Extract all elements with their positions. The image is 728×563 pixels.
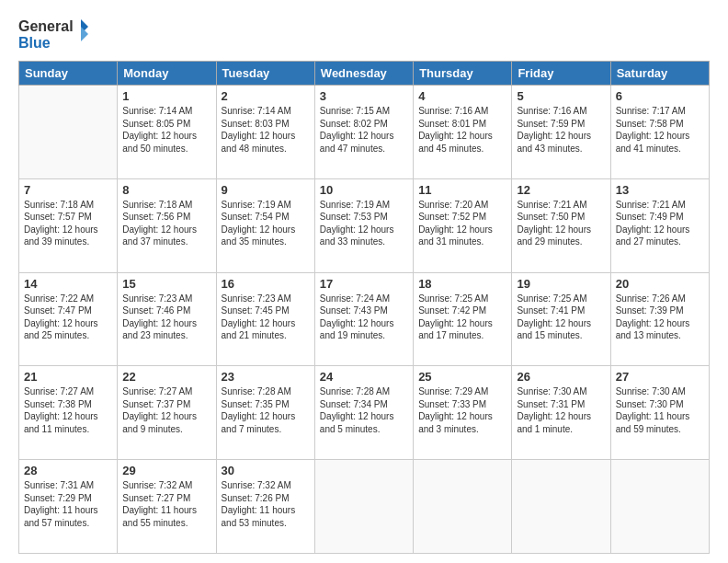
day-info: Sunrise: 7:18 AM Sunset: 7:56 PM Dayligh… [122,199,210,248]
day-info: Sunrise: 7:24 AM Sunset: 7:43 PM Dayligh… [320,293,408,342]
day-info: Sunrise: 7:22 AM Sunset: 7:47 PM Dayligh… [24,293,112,342]
day-number: 8 [122,183,210,197]
calendar-cell: 25Sunrise: 7:29 AM Sunset: 7:33 PM Dayli… [414,366,512,460]
svg-text:General: General [18,18,74,34]
day-info: Sunrise: 7:21 AM Sunset: 7:50 PM Dayligh… [517,199,605,248]
day-number: 1 [122,89,210,103]
day-number: 19 [517,277,605,291]
day-number: 27 [616,370,704,384]
col-header-thursday: Thursday [414,62,512,86]
day-number: 17 [320,277,408,291]
day-number: 12 [517,183,605,197]
calendar-cell: 9Sunrise: 7:19 AM Sunset: 7:54 PM Daylig… [216,178,314,272]
calendar-cell: 15Sunrise: 7:23 AM Sunset: 7:46 PM Dayli… [118,272,216,366]
day-info: Sunrise: 7:17 AM Sunset: 7:58 PM Dayligh… [616,105,704,155]
col-header-friday: Friday [512,62,610,86]
col-header-wednesday: Wednesday [314,62,413,86]
day-info: Sunrise: 7:32 AM Sunset: 7:26 PM Dayligh… [222,479,310,529]
calendar-table: SundayMondayTuesdayWednesdayThursdayFrid… [18,61,710,554]
logo-icon: GeneralBlue [18,15,92,52]
calendar-cell: 20Sunrise: 7:26 AM Sunset: 7:39 PM Dayli… [610,272,709,366]
day-info: Sunrise: 7:30 AM Sunset: 7:31 PM Dayligh… [517,385,605,435]
svg-text:Blue: Blue [18,35,51,51]
day-number: 7 [24,183,112,197]
day-number: 29 [122,464,210,477]
day-number: 22 [122,370,210,384]
calendar-cell: 29Sunrise: 7:32 AM Sunset: 7:27 PM Dayli… [118,460,216,554]
day-info: Sunrise: 7:23 AM Sunset: 7:45 PM Dayligh… [222,293,310,342]
day-number: 6 [616,89,704,103]
calendar-cell: 28Sunrise: 7:31 AM Sunset: 7:29 PM Dayli… [19,460,118,554]
day-info: Sunrise: 7:23 AM Sunset: 7:46 PM Dayligh… [122,293,210,342]
day-info: Sunrise: 7:18 AM Sunset: 7:57 PM Dayligh… [24,199,112,248]
day-number: 10 [320,183,408,197]
calendar-cell: 12Sunrise: 7:21 AM Sunset: 7:50 PM Dayli… [512,178,610,272]
calendar-cell: 5Sunrise: 7:16 AM Sunset: 7:59 PM Daylig… [512,86,610,179]
week-row-2: 14Sunrise: 7:22 AM Sunset: 7:47 PM Dayli… [19,272,710,366]
week-row-4: 28Sunrise: 7:31 AM Sunset: 7:29 PM Dayli… [19,460,710,554]
day-info: Sunrise: 7:16 AM Sunset: 8:01 PM Dayligh… [418,105,506,155]
week-row-3: 21Sunrise: 7:27 AM Sunset: 7:38 PM Dayli… [19,366,710,460]
calendar-cell: 24Sunrise: 7:28 AM Sunset: 7:34 PM Dayli… [314,366,413,460]
col-header-saturday: Saturday [610,62,709,86]
day-number: 13 [616,183,704,197]
calendar-cell: 23Sunrise: 7:28 AM Sunset: 7:35 PM Dayli… [216,366,314,460]
logo: GeneralBlue [18,15,92,52]
calendar-cell: 4Sunrise: 7:16 AM Sunset: 8:01 PM Daylig… [414,86,512,179]
day-info: Sunrise: 7:30 AM Sunset: 7:30 PM Dayligh… [616,385,704,435]
calendar-cell: 3Sunrise: 7:15 AM Sunset: 8:02 PM Daylig… [314,86,413,179]
day-number: 28 [24,464,112,477]
day-info: Sunrise: 7:29 AM Sunset: 7:33 PM Dayligh… [418,385,506,435]
calendar-cell [314,460,413,554]
calendar-cell: 27Sunrise: 7:30 AM Sunset: 7:30 PM Dayli… [610,366,709,460]
day-info: Sunrise: 7:27 AM Sunset: 7:37 PM Dayligh… [122,385,210,435]
day-info: Sunrise: 7:27 AM Sunset: 7:38 PM Dayligh… [24,385,112,435]
calendar-cell: 13Sunrise: 7:21 AM Sunset: 7:49 PM Dayli… [610,178,709,272]
day-number: 26 [517,370,605,384]
calendar-cell: 2Sunrise: 7:14 AM Sunset: 8:03 PM Daylig… [216,86,314,179]
calendar-cell: 18Sunrise: 7:25 AM Sunset: 7:42 PM Dayli… [414,272,512,366]
calendar-cell: 22Sunrise: 7:27 AM Sunset: 7:37 PM Dayli… [118,366,216,460]
day-number: 15 [122,277,210,291]
calendar-cell: 17Sunrise: 7:24 AM Sunset: 7:43 PM Dayli… [314,272,413,366]
day-info: Sunrise: 7:26 AM Sunset: 7:39 PM Dayligh… [616,293,704,342]
day-info: Sunrise: 7:21 AM Sunset: 7:49 PM Dayligh… [616,199,704,248]
day-number: 30 [222,464,310,477]
day-info: Sunrise: 7:19 AM Sunset: 7:53 PM Dayligh… [320,199,408,248]
week-row-1: 7Sunrise: 7:18 AM Sunset: 7:57 PM Daylig… [19,178,710,272]
week-row-0: 1Sunrise: 7:14 AM Sunset: 8:05 PM Daylig… [19,86,710,179]
day-info: Sunrise: 7:25 AM Sunset: 7:42 PM Dayligh… [418,293,506,342]
day-info: Sunrise: 7:16 AM Sunset: 7:59 PM Dayligh… [517,105,605,155]
day-number: 5 [517,89,605,103]
calendar-cell: 7Sunrise: 7:18 AM Sunset: 7:57 PM Daylig… [19,178,118,272]
day-info: Sunrise: 7:20 AM Sunset: 7:52 PM Dayligh… [418,199,506,248]
calendar-cell: 19Sunrise: 7:25 AM Sunset: 7:41 PM Dayli… [512,272,610,366]
calendar-cell: 30Sunrise: 7:32 AM Sunset: 7:26 PM Dayli… [216,460,314,554]
day-number: 9 [222,183,310,197]
day-number: 14 [24,277,112,291]
day-number: 11 [418,183,506,197]
day-info: Sunrise: 7:15 AM Sunset: 8:02 PM Dayligh… [320,105,408,155]
day-number: 24 [320,370,408,384]
calendar-cell: 1Sunrise: 7:14 AM Sunset: 8:05 PM Daylig… [118,86,216,179]
day-number: 21 [24,370,112,384]
day-info: Sunrise: 7:19 AM Sunset: 7:54 PM Dayligh… [222,199,310,248]
calendar-cell: 10Sunrise: 7:19 AM Sunset: 7:53 PM Dayli… [314,178,413,272]
day-info: Sunrise: 7:14 AM Sunset: 8:05 PM Dayligh… [122,105,210,155]
calendar-cell: 21Sunrise: 7:27 AM Sunset: 7:38 PM Dayli… [19,366,118,460]
calendar-cell [512,460,610,554]
page-header: GeneralBlue [18,15,710,52]
day-info: Sunrise: 7:31 AM Sunset: 7:29 PM Dayligh… [24,479,112,529]
col-header-monday: Monday [118,62,216,86]
col-header-sunday: Sunday [19,62,118,86]
day-number: 4 [418,89,506,103]
col-header-tuesday: Tuesday [216,62,314,86]
day-info: Sunrise: 7:14 AM Sunset: 8:03 PM Dayligh… [222,105,310,155]
day-info: Sunrise: 7:28 AM Sunset: 7:35 PM Dayligh… [222,385,310,435]
calendar-cell [19,86,118,179]
calendar-cell [610,460,709,554]
day-number: 25 [418,370,506,384]
day-number: 2 [222,89,310,103]
calendar-cell: 8Sunrise: 7:18 AM Sunset: 7:56 PM Daylig… [118,178,216,272]
calendar-cell [414,460,512,554]
